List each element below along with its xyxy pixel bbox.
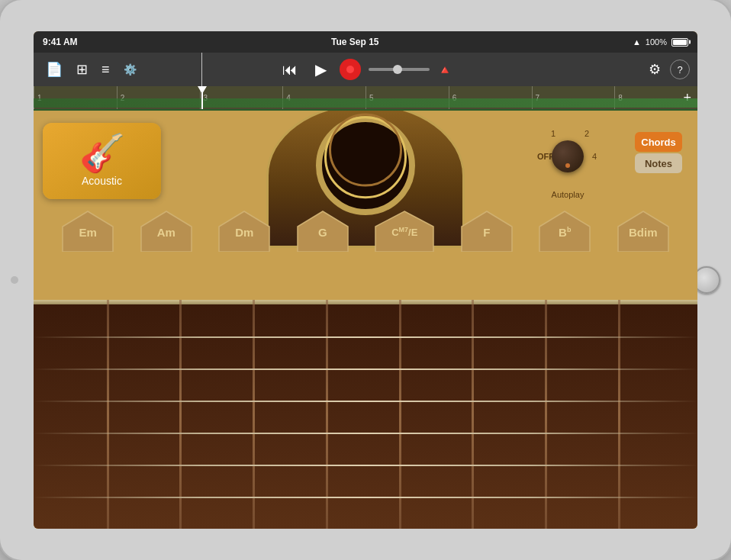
help-button[interactable]: ?	[670, 60, 690, 79]
chord-house-bb: Bb	[538, 210, 591, 252]
tracks-button[interactable]: ⊞	[72, 60, 92, 79]
autoplay-label-1: 1	[551, 129, 555, 138]
autoplay-text: Autoplay	[552, 190, 584, 199]
autoplay-knob-area: OFF 1 2 4	[537, 126, 598, 187]
status-date: Tue Sep 15	[331, 37, 378, 47]
autoplay-control: OFF 1 2 4 Autoplay	[537, 126, 598, 199]
mixer-button[interactable]: ⚙️	[119, 61, 141, 78]
volume-slider[interactable]	[369, 68, 430, 71]
playhead[interactable]	[201, 86, 203, 109]
fret-line-4	[326, 300, 328, 529]
string-5	[34, 465, 697, 466]
instrument-name: Acoustic	[82, 175, 122, 187]
sections-button[interactable]: ≡	[97, 60, 114, 79]
metronome-icon[interactable]: 🔺	[437, 63, 452, 77]
chord-house-em: Em	[61, 210, 114, 252]
playhead-extension-line	[201, 53, 202, 86]
string-3	[34, 401, 697, 402]
wifi-icon: ▲	[633, 37, 641, 47]
chord-house-g: G	[296, 210, 349, 252]
fretboard	[34, 300, 697, 529]
chord-key-cm7e[interactable]: CM7/E	[374, 210, 435, 252]
chord-house-f: F	[460, 210, 514, 252]
chords-button[interactable]: Chords	[635, 132, 682, 152]
fret-line-8	[618, 300, 620, 529]
play-button[interactable]: ▶	[309, 58, 332, 81]
notes-button[interactable]: Notes	[635, 153, 682, 173]
autoplay-label-2: 2	[584, 129, 589, 138]
string-2	[34, 369, 697, 370]
string-1	[34, 336, 697, 338]
autoplay-label-4: 4	[592, 152, 597, 161]
toolbar-center: ⏮ ▶ 🔺	[279, 58, 452, 81]
guitar-soundhole-outer	[316, 116, 415, 215]
chord-key-bb[interactable]: Bb	[538, 210, 591, 252]
fret-line-5	[399, 300, 401, 529]
chord-house-cm7e: CM7/E	[374, 210, 435, 252]
main-content: 🎸 Acoustic OFF 1	[34, 111, 697, 529]
guitar-icon: 🎸	[79, 135, 125, 172]
left-sensor	[11, 276, 18, 284]
chord-key-bdim[interactable]: Bdim	[617, 210, 670, 252]
toolbar-right: ⚙ ?	[644, 60, 690, 79]
chord-house-am: Am	[140, 210, 193, 252]
playhead-triangle	[198, 86, 207, 94]
settings-button[interactable]: ⚙	[644, 60, 665, 79]
track-bar	[34, 98, 697, 108]
fret-lines	[34, 300, 697, 529]
knob-dot	[565, 163, 570, 168]
status-right: ▲ 100%	[633, 37, 688, 47]
chord-house-bdim: Bdim	[617, 210, 670, 252]
battery-label: 100%	[646, 37, 667, 47]
ipad-frame: 9:41 AM Tue Sep 15 ▲ 100% 📄 ⊞ ≡ ⚙️ ⏮ ▶	[0, 0, 731, 560]
fret-line-7	[545, 300, 547, 529]
chord-key-em[interactable]: Em	[61, 210, 114, 252]
volume-thumb	[393, 65, 402, 74]
new-button[interactable]: 📄	[41, 60, 67, 79]
battery-icon	[671, 38, 688, 47]
fret-line-1	[107, 300, 109, 529]
fret-line-6	[472, 300, 474, 529]
guitar-soundhole-ring2	[324, 116, 407, 198]
autoplay-knob[interactable]	[552, 140, 584, 172]
battery-fill	[673, 40, 687, 45]
toolbar: 📄 ⊞ ≡ ⚙️ ⏮ ▶ 🔺 ⚙ ?	[34, 53, 697, 86]
guitar-soundhole-ring3	[329, 114, 402, 187]
chords-notes-toggle: Chords Notes	[635, 132, 682, 173]
ipad-screen: 9:41 AM Tue Sep 15 ▲ 100% 📄 ⊞ ≡ ⚙️ ⏮ ▶	[34, 31, 697, 529]
fret-line-2	[179, 300, 182, 529]
string-4	[34, 433, 697, 434]
chord-buttons-row: Em Am	[34, 210, 697, 252]
timeline: 1 2 3 4 5 6 7 8 +	[34, 86, 697, 111]
fret-line-3	[253, 300, 255, 529]
chord-house-dm: Dm	[217, 210, 271, 252]
status-bar: 9:41 AM Tue Sep 15 ▲ 100%	[34, 31, 697, 53]
rewind-button[interactable]: ⏮	[279, 58, 301, 81]
chord-key-dm[interactable]: Dm	[217, 210, 271, 252]
string-6	[34, 497, 697, 498]
chord-key-g[interactable]: G	[296, 210, 349, 252]
chord-key-am[interactable]: Am	[140, 210, 193, 252]
record-button[interactable]	[340, 59, 361, 80]
status-time: 9:41 AM	[43, 37, 78, 47]
instrument-tile[interactable]: 🎸 Acoustic	[43, 123, 161, 199]
chord-key-f[interactable]: F	[460, 210, 514, 252]
